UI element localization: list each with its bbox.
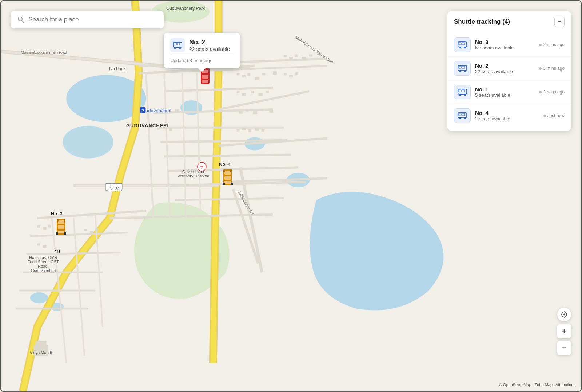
panel-minimize-button[interactable]: −	[554, 17, 565, 27]
svg-rect-102	[202, 80, 208, 83]
svg-rect-66	[253, 111, 257, 114]
search-icon	[17, 16, 24, 23]
svg-rect-89	[284, 55, 287, 57]
search-input[interactable]	[28, 16, 157, 23]
svg-line-122	[22, 21, 24, 23]
shuttle-item-no4[interactable]: No. 4 2 seats available Just now	[447, 104, 571, 127]
svg-rect-90	[289, 57, 293, 59]
svg-rect-108	[224, 181, 231, 184]
svg-point-149	[563, 314, 565, 316]
svg-rect-60	[251, 91, 254, 93]
svg-rect-110	[230, 169, 232, 172]
svg-rect-82	[43, 227, 47, 230]
svg-text:P: P	[141, 108, 144, 112]
svg-rect-96	[295, 72, 298, 75]
svg-rect-54	[247, 73, 250, 76]
vehicle-no3-icon	[56, 217, 66, 238]
svg-text:+: +	[200, 164, 203, 169]
svg-rect-59	[242, 93, 246, 96]
zoom-in-button[interactable]: +	[557, 324, 571, 338]
shuttle-no3-info: No. 3 No seats available	[475, 39, 535, 51]
shuttle-popup: No. 2 22 seats available Updated 3 mins …	[164, 33, 240, 68]
svg-rect-92	[302, 57, 306, 60]
svg-rect-140	[462, 90, 465, 92]
shuttle-item-no2[interactable]: No. 2 22 seats available 3 mins ago	[447, 57, 571, 80]
svg-rect-85	[43, 245, 47, 248]
svg-rect-83	[48, 225, 51, 228]
svg-rect-125	[177, 43, 180, 45]
svg-rect-55	[255, 77, 259, 80]
svg-rect-119	[56, 232, 58, 235]
svg-rect-81	[37, 225, 40, 228]
svg-rect-97	[34, 345, 48, 356]
map-container[interactable]: + P NH32 NH32 🍽	[1, 1, 581, 391]
svg-rect-64	[239, 111, 243, 114]
shuttle-no1-info: No. 1 5 seats available	[475, 86, 535, 98]
svg-rect-139	[459, 90, 461, 92]
svg-rect-134	[459, 66, 461, 68]
svg-rect-86	[84, 229, 87, 231]
location-button[interactable]	[557, 308, 571, 321]
svg-rect-129	[459, 43, 461, 45]
svg-rect-98	[36, 341, 47, 346]
search-bar	[11, 11, 164, 28]
svg-rect-120	[64, 232, 66, 235]
svg-rect-93	[309, 54, 312, 56]
zoom-out-button[interactable]: −	[557, 341, 571, 355]
shuttle-icon-no1	[454, 85, 471, 99]
svg-rect-112	[231, 183, 233, 185]
svg-rect-79	[255, 128, 259, 131]
svg-rect-69	[157, 109, 160, 112]
vehicle-no3-label: No. 3	[51, 211, 63, 216]
svg-rect-106	[224, 171, 231, 175]
svg-rect-91	[295, 54, 298, 57]
panel-title: Shuttle tracking (4)	[454, 18, 510, 25]
shuttle-icon-no3	[454, 37, 471, 52]
svg-rect-116	[58, 231, 64, 233]
svg-rect-145	[462, 113, 465, 116]
svg-rect-95	[289, 75, 293, 77]
svg-point-121	[18, 17, 22, 21]
popup-seats: 22 seats available	[189, 46, 230, 52]
svg-rect-87	[90, 231, 93, 233]
svg-text:NH32: NH32	[109, 185, 119, 189]
popup-icon	[170, 38, 185, 52]
svg-rect-58	[237, 91, 240, 93]
svg-text:🍽: 🍽	[55, 248, 60, 254]
svg-point-2	[63, 126, 113, 159]
svg-rect-77	[242, 128, 246, 130]
svg-rect-52	[237, 73, 240, 75]
svg-rect-124	[174, 43, 176, 45]
svg-rect-114	[58, 220, 64, 224]
svg-rect-94	[284, 73, 287, 75]
svg-rect-56	[262, 73, 265, 75]
svg-rect-88	[95, 228, 98, 231]
svg-point-6	[30, 292, 48, 303]
svg-rect-57	[273, 71, 277, 75]
svg-rect-101	[202, 75, 208, 79]
svg-rect-107	[224, 176, 231, 180]
shuttle-item-no1[interactable]: No. 1 5 seats available 2 mins ago	[447, 80, 571, 104]
attribution: © OpenStreetMap | Zoho Maps Attributions	[499, 383, 575, 387]
svg-rect-115	[58, 225, 64, 229]
svg-rect-130	[462, 43, 465, 45]
svg-rect-63	[233, 109, 236, 112]
svg-rect-135	[462, 66, 465, 68]
svg-rect-53	[242, 75, 246, 77]
tracking-panel: Shuttle tracking (4) − No. 3 No seats av…	[447, 11, 571, 131]
svg-rect-111	[223, 183, 225, 185]
svg-rect-62	[266, 91, 269, 93]
shuttle-item-no3[interactable]: No. 3 No seats available 2 mins ago	[447, 33, 571, 57]
shuttle-icon-no2	[454, 61, 471, 76]
svg-rect-144	[459, 113, 461, 116]
svg-rect-80	[261, 129, 264, 132]
popup-shuttle-name: No. 2	[189, 39, 230, 46]
svg-rect-74	[163, 127, 167, 129]
svg-rect-118	[64, 219, 65, 222]
svg-rect-117	[57, 219, 59, 222]
svg-rect-78	[248, 129, 251, 132]
svg-rect-75	[169, 128, 172, 131]
svg-rect-65	[246, 109, 248, 112]
shuttle-no2-info: No. 2 22 seats available	[475, 63, 535, 74]
svg-rect-72	[175, 109, 179, 112]
